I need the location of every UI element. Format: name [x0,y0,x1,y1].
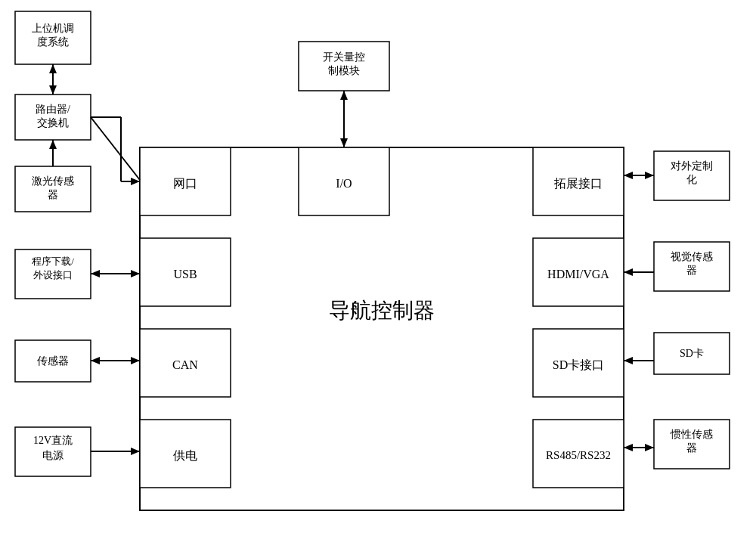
svg-text:制模块: 制模块 [328,65,360,76]
svg-text:I/O: I/O [336,177,352,190]
svg-marker-63 [340,138,348,147]
system-diagram: 网口 USB CAN 供电 I/O 拓展接口 HDMI/VGA SD卡接口 RS… [0,0,756,533]
svg-text:激光传感: 激光传感 [32,175,74,187]
svg-text:导航控制器: 导航控制器 [329,299,435,322]
svg-text:化: 化 [686,174,697,185]
svg-text:上位机调: 上位机调 [32,23,74,34]
svg-text:度系统: 度系统 [37,36,69,48]
svg-marker-76 [624,268,633,276]
svg-marker-52 [49,64,57,73]
svg-text:程序下载/: 程序下载/ [32,256,74,267]
svg-marker-74 [645,172,654,179]
svg-text:开关量控: 开关量控 [323,51,365,63]
svg-text:USB: USB [173,268,197,280]
svg-marker-69 [131,357,140,364]
svg-marker-62 [340,91,348,100]
svg-text:HDMI/VGA: HDMI/VGA [547,268,609,280]
svg-text:CAN: CAN [172,358,198,371]
svg-text:SD卡接口: SD卡接口 [553,358,604,371]
svg-line-54 [91,117,140,180]
svg-text:惯性传感: 惯性传感 [670,429,713,440]
svg-marker-78 [624,357,633,364]
svg-text:12V直流: 12V直流 [33,435,73,446]
svg-marker-66 [131,270,140,277]
svg-text:外设接口: 外设接口 [33,269,73,280]
svg-text:对外定制: 对外定制 [671,160,713,172]
svg-marker-80 [624,444,633,451]
svg-text:传感器: 传感器 [37,355,69,367]
svg-marker-81 [645,444,654,451]
diagram-svg: 网口 USB CAN 供电 I/O 拓展接口 HDMI/VGA SD卡接口 RS… [0,0,756,533]
svg-text:供电: 供电 [173,449,197,462]
svg-marker-65 [91,270,100,277]
svg-text:拓展接口: 拓展接口 [553,177,603,190]
svg-text:器: 器 [686,265,697,276]
svg-marker-71 [131,448,140,455]
svg-text:路由器/: 路由器/ [36,104,70,115]
svg-text:器: 器 [48,189,58,200]
svg-marker-53 [49,85,57,95]
svg-text:交换机: 交换机 [37,117,69,129]
svg-text:SD卡: SD卡 [680,348,704,359]
svg-text:器: 器 [686,442,697,454]
svg-text:电源: 电源 [42,450,64,461]
svg-marker-73 [624,172,633,179]
svg-text:视觉传感: 视觉传感 [671,251,713,262]
svg-text:RS485/RS232: RS485/RS232 [546,449,611,461]
svg-marker-68 [91,357,100,364]
svg-marker-60 [49,140,57,149]
svg-text:网口: 网口 [173,177,197,190]
